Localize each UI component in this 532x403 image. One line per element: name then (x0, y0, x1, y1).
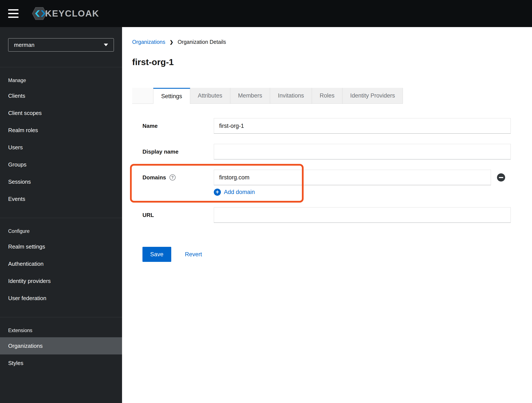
chevron-down-icon (104, 44, 108, 46)
realm-name: merman (14, 42, 34, 48)
url-input[interactable] (214, 207, 511, 223)
tab-settings[interactable]: Settings (153, 88, 190, 104)
plus-circle-icon: + (214, 189, 221, 196)
sidebar-item-realm-roles[interactable]: Realm roles (0, 122, 122, 139)
brand-text: KEYCLOAK (45, 8, 99, 19)
sidebar-item-groups[interactable]: Groups (0, 156, 122, 173)
domains-field-row: Domains ? (142, 170, 532, 185)
sidebar-item-clients[interactable]: Clients (0, 87, 122, 104)
domains-input[interactable] (214, 170, 491, 185)
domains-label-wrap: Domains ? (142, 174, 214, 181)
save-button[interactable]: Save (142, 247, 171, 262)
keycloak-brand[interactable]: KEYCLOAK (32, 7, 99, 20)
tab-members[interactable]: Members (230, 88, 270, 104)
sidebar-item-identity-providers[interactable]: Identity providers (0, 272, 122, 290)
url-field-row: URL (142, 207, 532, 223)
masthead: KEYCLOAK (0, 0, 532, 27)
domains-label: Domains (142, 174, 166, 181)
sidebar-section-configure: Configure Realm settings Authentication … (0, 218, 122, 307)
breadcrumb-current: Organization Details (178, 39, 226, 45)
name-field-row: Name (142, 118, 532, 134)
section-title-configure: Configure (0, 228, 122, 234)
name-label: Name (142, 123, 214, 129)
display-name-field-row: Display name (142, 144, 532, 159)
chevron-right-icon: ❯ (170, 39, 173, 45)
sidebar-item-events[interactable]: Events (0, 190, 122, 208)
add-domain-button[interactable]: + Add domain (214, 189, 255, 196)
sidebar-item-users[interactable]: Users (0, 139, 122, 156)
sidebar-item-authentication[interactable]: Authentication (0, 255, 122, 272)
section-title-manage: Manage (0, 78, 122, 83)
display-name-label: Display name (142, 148, 214, 155)
keycloak-logo-icon (32, 7, 47, 20)
tab-bar: Settings Attributes Members Invitations … (132, 88, 532, 104)
tab-bar-leading-space (132, 88, 153, 104)
help-icon[interactable]: ? (170, 174, 176, 180)
tab-identity-providers[interactable]: Identity Providers (342, 88, 403, 104)
sidebar-section-extensions: Extensions Organizations Styles (0, 317, 122, 372)
sidebar-item-user-federation[interactable]: User federation (0, 290, 122, 307)
sidebar: merman Manage Clients Client scopes Real… (0, 27, 122, 403)
form-actions: Save Revert (142, 247, 532, 262)
hamburger-menu-icon[interactable] (8, 9, 19, 18)
settings-form: Name Display name Domains ? + Add domain… (132, 118, 532, 262)
section-title-extensions: Extensions (0, 327, 122, 334)
sidebar-item-styles[interactable]: Styles (0, 354, 122, 372)
remove-domain-button[interactable] (497, 173, 505, 182)
breadcrumb-link-organizations[interactable]: Organizations (132, 39, 165, 45)
sidebar-section-manage: Manage Clients Client scopes Realm roles… (0, 67, 122, 208)
tab-attributes[interactable]: Attributes (190, 88, 230, 104)
tab-invitations[interactable]: Invitations (270, 88, 312, 104)
realm-selector[interactable]: merman (8, 38, 114, 51)
breadcrumb: Organizations ❯ Organization Details (132, 39, 532, 45)
sidebar-item-sessions[interactable]: Sessions (0, 173, 122, 190)
add-domain-label: Add domain (224, 189, 255, 195)
main-content: Organizations ❯ Organization Details fir… (122, 27, 532, 403)
realm-selector-area: merman (0, 27, 122, 67)
revert-link[interactable]: Revert (185, 251, 202, 258)
tab-roles[interactable]: Roles (312, 88, 342, 104)
sidebar-item-realm-settings[interactable]: Realm settings (0, 238, 122, 255)
sidebar-item-organizations[interactable]: Organizations (0, 337, 122, 354)
sidebar-item-client-scopes[interactable]: Client scopes (0, 104, 122, 122)
url-label: URL (142, 212, 214, 219)
page-title: first-org-1 (132, 57, 532, 67)
name-input[interactable] (214, 118, 511, 134)
display-name-input[interactable] (214, 144, 511, 159)
